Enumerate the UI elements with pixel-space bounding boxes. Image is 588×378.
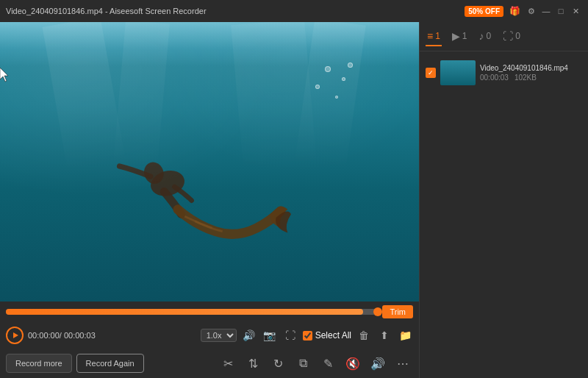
file-size: 102KB	[514, 74, 537, 82]
more-tool-icon[interactable]: ⋯	[392, 353, 413, 374]
tab-audio-icon: ♪	[479, 30, 484, 42]
svg-marker-2	[0, 68, 8, 82]
tab-video[interactable]: ≡ 1	[426, 27, 442, 46]
progress-fill	[6, 309, 363, 315]
file-thumbnail	[440, 60, 476, 85]
file-name: Video_240409101846.mp4	[480, 64, 582, 72]
adjust-tool-icon[interactable]: ⇅	[243, 353, 263, 374]
record-again-button[interactable]: Record Again	[76, 354, 144, 373]
bubble	[335, 96, 338, 99]
progress-track[interactable]	[6, 309, 378, 315]
title-bar: Video_240409101846.mp4 - Aiseesoft Scree…	[0, 0, 588, 22]
mermaid-figure	[85, 128, 291, 246]
video-frame	[0, 22, 419, 302]
tab-play-count: 1	[462, 31, 467, 41]
tab-play[interactable]: ▶ 1	[451, 27, 469, 46]
left-panel: Trim 00:00:00/ 00:00:03 1.0x 0.5x 1.5x 2…	[0, 22, 419, 378]
speed-selector[interactable]: 1.0x 0.5x 1.5x 2.0x	[201, 329, 237, 342]
list-item: ✓ Video_240409101846.mp4 00:00:03 102KB	[426, 57, 582, 88]
trim-button[interactable]: Trim	[382, 305, 413, 318]
tab-image[interactable]: ⛶ 0	[501, 27, 522, 46]
bubble	[342, 77, 345, 81]
bottom-bar: Record more Record Again ✂ ⇅ ↻ ⧉ ✎ 🔇 🔊 ⋯	[0, 349, 419, 378]
edit-tool-icon[interactable]: ✎	[318, 353, 338, 374]
tab-image-count: 0	[515, 31, 520, 41]
time-display: 00:00:00/ 00:00:03	[28, 331, 96, 340]
thumb-image	[440, 60, 476, 85]
select-all-text: Select All	[315, 330, 351, 340]
right-panel: ≡ 1 ▶ 1 ♪ 0 ⛶ 0 ✓ Vid	[419, 22, 588, 378]
copy-tool-icon[interactable]: ⧉	[293, 353, 313, 374]
bubble	[315, 85, 320, 89]
maximize-button[interactable]: □	[554, 4, 567, 18]
volume-tool-icon[interactable]: 🔊	[368, 353, 388, 374]
bubble	[325, 66, 331, 72]
volume-icon[interactable]: 🔊	[241, 327, 257, 343]
cut-tool-icon[interactable]: ✂	[218, 353, 238, 374]
settings-button[interactable]: ⚙	[525, 4, 538, 18]
tab-image-icon: ⛶	[503, 30, 513, 42]
rotate-tool-icon[interactable]: ↻	[268, 353, 288, 374]
minimize-button[interactable]: —	[539, 4, 553, 18]
camera-icon[interactable]: 📷	[262, 327, 278, 343]
tab-play-icon: ▶	[452, 30, 460, 42]
record-more-button[interactable]: Record more	[6, 354, 72, 373]
right-tabs: ≡ 1 ▶ 1 ♪ 0 ⛶ 0	[420, 22, 588, 51]
bubble	[348, 63, 353, 68]
trim-bar: Trim	[0, 302, 419, 322]
video-player[interactable]	[0, 22, 419, 302]
audio-off-tool-icon[interactable]: 🔇	[343, 353, 363, 374]
folder-icon[interactable]: 📁	[397, 327, 413, 343]
controls-bar: 00:00:00/ 00:00:03 1.0x 0.5x 1.5x 2.0x 🔊…	[0, 322, 419, 349]
cursor-indicator	[0, 68, 7, 78]
file-meta: 00:00:03 102KB	[480, 74, 582, 82]
window-controls: 🎁 ⚙ — □ ✕	[509, 4, 582, 18]
file-list: ✓ Video_240409101846.mp4 00:00:03 102KB	[420, 51, 588, 378]
file-checkbox[interactable]: ✓	[426, 68, 436, 78]
tab-audio[interactable]: ♪ 0	[478, 27, 493, 46]
delete-icon[interactable]: 🗑	[356, 327, 372, 343]
tab-audio-count: 0	[487, 31, 492, 41]
select-all-label[interactable]: Select All	[303, 330, 351, 340]
play-button[interactable]	[6, 327, 24, 344]
progress-thumb[interactable]	[373, 307, 382, 316]
select-all-checkbox[interactable]	[303, 331, 312, 340]
promo-badge[interactable]: 50% OFF	[465, 6, 503, 17]
tab-video-count: 1	[435, 31, 440, 41]
gift-icon: 🎁	[509, 6, 520, 16]
export-icon[interactable]: ⬆	[376, 327, 392, 343]
file-info: Video_240409101846.mp4 00:00:03 102KB	[480, 64, 582, 82]
tab-video-icon: ≡	[427, 30, 433, 42]
file-duration: 00:00:03	[480, 74, 509, 82]
main-area: Trim 00:00:00/ 00:00:03 1.0x 0.5x 1.5x 2…	[0, 22, 588, 378]
close-button[interactable]: ✕	[569, 4, 582, 18]
title-bar-title: Video_240409101846.mp4 - Aiseesoft Scree…	[6, 7, 465, 15]
fullscreen-icon[interactable]: ⛶	[282, 327, 298, 343]
